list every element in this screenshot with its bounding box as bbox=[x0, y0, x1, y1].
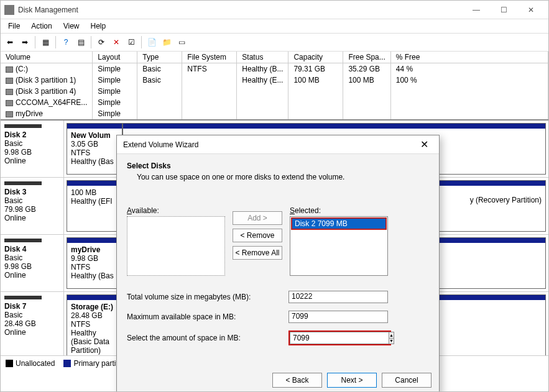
total-size-label: Total volume size in megabytes (MB): bbox=[127, 293, 288, 301]
menubar: File Action View Help bbox=[1, 19, 548, 33]
extend-volume-dialog: Extend Volume Wizard ✕ Select Disks You … bbox=[116, 135, 440, 391]
menu-file[interactable]: File bbox=[3, 21, 25, 32]
menu-action[interactable]: Action bbox=[26, 21, 57, 32]
new-icon[interactable]: 📄 bbox=[145, 35, 159, 49]
titlebar: Disk Management — ☐ ✕ bbox=[1, 1, 548, 19]
grid-icon[interactable]: ▦ bbox=[39, 35, 52, 49]
help-icon[interactable]: ? bbox=[59, 35, 73, 49]
partition[interactable]: myDrive9.98 GB NTFSHealthy (Bas bbox=[67, 237, 122, 289]
window-title: Disk Management bbox=[18, 6, 463, 14]
partition[interactable]: Storage (E:)28.48 GB NTFSHealthy (Basic … bbox=[67, 294, 122, 355]
dialog-title: Extend Volume Wizard bbox=[123, 140, 415, 149]
toolbar: ⬅ ➡ ▦ ? ▤ ⟳ ✕ ☑ 📄 📁 ▭ bbox=[1, 33, 548, 52]
disk-info[interactable]: Disk 4Basic9.98 GBOnline bbox=[1, 235, 64, 291]
volume-row[interactable]: (C:)SimpleBasicNTFSHealthy (B...79.31 GB… bbox=[1, 63, 548, 75]
spin-down-icon[interactable]: ▼ bbox=[389, 339, 394, 344]
amount-spinner[interactable]: ▲ ▼ bbox=[288, 330, 391, 345]
col-status[interactable]: Status bbox=[237, 52, 288, 63]
col-filesystem[interactable]: File System bbox=[182, 52, 237, 63]
maximize-button[interactable]: ☐ bbox=[490, 1, 517, 19]
close-button[interactable]: ✕ bbox=[517, 1, 545, 19]
minimize-button[interactable]: — bbox=[463, 1, 490, 19]
max-space-label: Maximum available space in MB: bbox=[127, 312, 288, 321]
available-label: AAvailable:vailable: bbox=[127, 206, 225, 215]
remove-all-button[interactable]: < Remove All bbox=[233, 246, 282, 260]
available-listbox[interactable] bbox=[127, 216, 225, 276]
col-pctfree[interactable]: % Free bbox=[390, 52, 548, 63]
spin-up-icon[interactable]: ▲ bbox=[389, 332, 394, 339]
disk-info[interactable]: Disk 2Basic9.98 GBOnline bbox=[1, 121, 64, 177]
volume-row[interactable]: CCCOMA_X64FRE...Simple bbox=[1, 97, 548, 108]
back-button[interactable]: < Back bbox=[272, 373, 322, 388]
menu-help[interactable]: Help bbox=[86, 21, 111, 32]
dialog-subheading: You can use space on one or more disks t… bbox=[127, 173, 429, 181]
partition[interactable]: 100 MBHealthy (EFI bbox=[67, 180, 122, 232]
dialog-close-button[interactable]: ✕ bbox=[415, 137, 433, 152]
disk-info[interactable]: Disk 7Basic28.48 GBOnline bbox=[1, 292, 64, 355]
selected-disk-item[interactable]: Disk 2 7099 MB bbox=[291, 217, 387, 230]
total-size-value: 10222 bbox=[288, 291, 388, 303]
disk-info[interactable]: Disk 3Basic79.98 GBOnline bbox=[1, 178, 64, 234]
max-space-value: 7099 bbox=[288, 311, 388, 323]
disk-management-window: Disk Management — ☐ ✕ File Action View H… bbox=[0, 0, 549, 392]
volume-row[interactable]: (Disk 3 partition 4)Simple bbox=[1, 86, 548, 97]
col-capacity[interactable]: Capacity bbox=[288, 52, 343, 63]
volume-row[interactable]: (Disk 3 partition 1)SimpleBasicHealthy (… bbox=[1, 75, 548, 86]
menu-view[interactable]: View bbox=[58, 21, 85, 32]
col-volume[interactable]: Volume bbox=[1, 52, 93, 63]
list-icon[interactable]: ▤ bbox=[74, 35, 88, 49]
partition[interactable]: New Volum3.05 GB NTFSHealthy (Bas bbox=[67, 123, 122, 175]
col-layout[interactable]: Layout bbox=[93, 52, 137, 63]
back-icon[interactable]: ⬅ bbox=[3, 35, 17, 49]
app-icon bbox=[4, 5, 14, 15]
settings-icon[interactable]: ▭ bbox=[175, 35, 188, 49]
add-button[interactable]: Add > bbox=[233, 211, 282, 225]
selected-label: Selected: bbox=[290, 206, 388, 215]
volume-row[interactable]: myDriveSimple bbox=[1, 108, 548, 119]
legend-unallocated: Unallocated bbox=[16, 359, 55, 368]
next-button[interactable]: Next > bbox=[327, 373, 377, 388]
wizard-icon[interactable]: 📁 bbox=[160, 35, 173, 49]
delete-icon[interactable]: ✕ bbox=[109, 35, 123, 49]
refresh-icon[interactable]: ⟳ bbox=[95, 35, 108, 49]
col-freespace[interactable]: Free Spa... bbox=[343, 52, 390, 63]
amount-input[interactable] bbox=[290, 332, 389, 344]
dialog-titlebar: Extend Volume Wizard ✕ bbox=[117, 135, 439, 154]
properties-icon[interactable]: ☑ bbox=[124, 35, 138, 49]
cancel-button[interactable]: Cancel bbox=[382, 373, 431, 388]
forward-icon[interactable]: ➡ bbox=[18, 35, 32, 49]
amount-label: Select the amount of space in MB: bbox=[127, 334, 288, 342]
col-type[interactable]: Type bbox=[137, 52, 182, 63]
dialog-heading: Select Disks bbox=[127, 162, 429, 170]
selected-listbox[interactable]: Disk 2 7099 MB bbox=[290, 216, 388, 276]
volume-table: Volume Layout Type File System Status Ca… bbox=[1, 52, 548, 119]
remove-button[interactable]: < Remove bbox=[233, 229, 282, 242]
